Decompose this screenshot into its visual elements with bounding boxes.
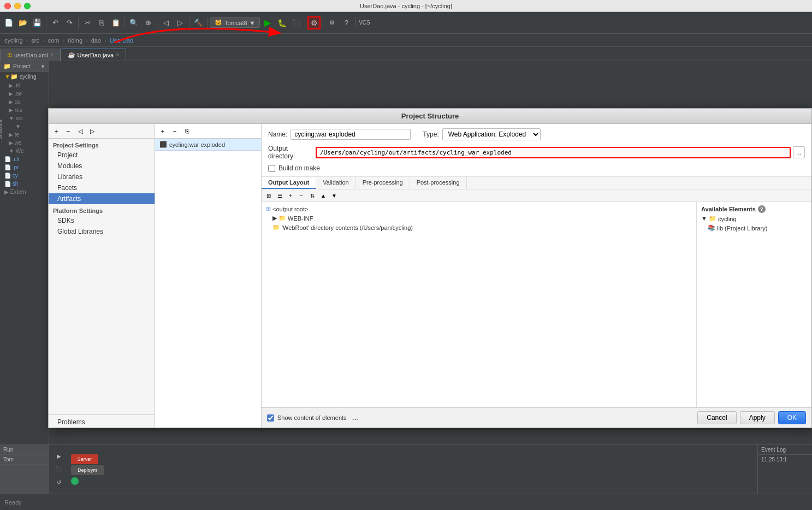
- settings-item-sdks[interactable]: SDKs: [49, 215, 155, 226]
- find2-button[interactable]: ⊕: [141, 16, 155, 29]
- sdk-button[interactable]: ⚙: [325, 16, 339, 29]
- breadcrumb-com[interactable]: com: [46, 36, 62, 45]
- tree-item-res[interactable]: ▶ res: [0, 106, 49, 114]
- layout-remove-btn[interactable]: −: [297, 191, 306, 200]
- tree-item-cy[interactable]: 📄 cy: [0, 171, 49, 180]
- tree-item-cli[interactable]: 📄 .cli: [0, 155, 49, 163]
- name-input[interactable]: [291, 129, 411, 140]
- tree-item-we[interactable]: ▶ we: [0, 139, 49, 147]
- settings-item-problems[interactable]: Problems: [49, 414, 155, 428]
- run-config-dropdown[interactable]: 🐱 Tomcat8 ▼: [210, 17, 260, 28]
- paste-button[interactable]: 📋: [109, 16, 122, 29]
- settings-item-global-libs[interactable]: Global Libraries: [49, 226, 155, 237]
- nav-back-button[interactable]: ◁: [159, 16, 173, 29]
- layout-add-btn[interactable]: +: [286, 191, 295, 200]
- tab-validation[interactable]: Validation: [316, 177, 356, 189]
- layout-up-btn[interactable]: ▲: [318, 191, 328, 200]
- deploy-btn[interactable]: ⬛: [54, 464, 64, 475]
- redo-button[interactable]: ↷: [63, 16, 76, 29]
- settings-next-btn[interactable]: ▷: [87, 126, 98, 136]
- settings-item-artifacts[interactable]: Artifacts: [49, 193, 155, 204]
- show-content-options-btn[interactable]: …: [350, 413, 361, 423]
- settings-item-facets[interactable]: Facets: [49, 182, 155, 193]
- output-dir-input[interactable]: [316, 147, 791, 158]
- apply-button[interactable]: Apply: [740, 411, 775, 424]
- settings-item-modules[interactable]: Modules: [49, 161, 155, 171]
- settings-prev-btn[interactable]: ◁: [75, 126, 86, 136]
- tab-pre-processing[interactable]: Pre-processing: [356, 177, 410, 189]
- minimize-button[interactable]: [14, 3, 21, 9]
- layout-down-btn[interactable]: ▼: [329, 191, 339, 200]
- tree-item-se[interactable]: ▶ .se: [0, 90, 49, 98]
- new-file-button[interactable]: 📄: [2, 16, 15, 29]
- tree-item-pr[interactable]: 📄 .pr: [0, 163, 49, 171]
- layout-sort-btn[interactable]: ⇅: [307, 191, 317, 200]
- tree-item-We[interactable]: ▼ We: [0, 147, 49, 155]
- separator-8: [323, 17, 323, 28]
- settings-item-project[interactable]: Project: [49, 150, 155, 161]
- cut-button[interactable]: ✂: [81, 16, 94, 29]
- build-on-make-checkbox[interactable]: [268, 165, 275, 172]
- tab-java-close[interactable]: ×: [116, 52, 119, 58]
- artifact-copy-btn[interactable]: ⎘: [181, 126, 192, 136]
- tomcat-tab[interactable]: Tom: [0, 455, 49, 465]
- vcs-button[interactable]: VCS: [358, 16, 371, 29]
- available-lib-item[interactable]: 📚 lib (Project Library): [699, 223, 809, 233]
- tree-item-id[interactable]: ▶ .id: [0, 81, 49, 90]
- tree-item-sh[interactable]: 📄 sh: [0, 180, 49, 188]
- layout-icons-btn[interactable]: ⊞: [264, 191, 274, 200]
- artifact-list-item-cycling[interactable]: ⬛ cycling:war exploded: [155, 139, 261, 151]
- artifact-add-btn[interactable]: +: [157, 126, 168, 136]
- breadcrumb-cycling[interactable]: cycling: [2, 36, 25, 45]
- available-cycling-item[interactable]: ▼ 📁 cycling: [699, 214, 809, 223]
- maximize-button[interactable]: [24, 3, 31, 9]
- show-content-checkbox[interactable]: [267, 414, 274, 422]
- tab-post-processing[interactable]: Post-processing: [410, 177, 467, 189]
- help-button[interactable]: ?: [340, 16, 353, 29]
- tree-item-te[interactable]: ▶ te: [0, 131, 49, 139]
- artifact-remove-btn[interactable]: −: [169, 126, 180, 136]
- tree-item-src[interactable]: ▼ src: [0, 114, 49, 122]
- settings-item-libraries[interactable]: Libraries: [49, 171, 155, 182]
- output-dir-browse-btn[interactable]: …: [793, 146, 805, 158]
- tree-item-ou[interactable]: ▶ ou: [0, 98, 49, 106]
- layout-list-btn[interactable]: ☰: [275, 191, 285, 200]
- debug-button[interactable]: 🐛: [275, 16, 288, 29]
- breadcrumb-userdao[interactable]: UserDao: [108, 36, 135, 45]
- find-button[interactable]: 🔍: [127, 16, 140, 29]
- output-root-item[interactable]: ⊞ <output root>: [264, 204, 694, 214]
- tab-xml-close[interactable]: ×: [50, 52, 54, 58]
- project-structure-button[interactable]: ⚙: [307, 16, 321, 29]
- save-button[interactable]: 💾: [31, 16, 44, 29]
- breadcrumb-riding[interactable]: riding: [66, 36, 85, 45]
- output-webroot-item[interactable]: 📁 'WebRoot' directory contents (/Users/p…: [264, 223, 694, 232]
- tree-item-ext[interactable]: ▶ Extern: [0, 188, 49, 196]
- settings-remove-btn[interactable]: −: [63, 126, 74, 136]
- stop-button[interactable]: ⬛: [289, 16, 303, 29]
- nav-forward-button[interactable]: ▷: [174, 16, 187, 29]
- copy-button[interactable]: ⎘: [95, 16, 108, 29]
- tab-output-layout[interactable]: Output Layout: [262, 177, 316, 189]
- tree-dropdown-icon[interactable]: ▼: [40, 64, 45, 69]
- type-select[interactable]: Web Application: Exploded: [442, 128, 541, 140]
- cancel-button[interactable]: Cancel: [697, 411, 736, 424]
- refresh-btn[interactable]: ↺: [54, 477, 64, 488]
- output-webinf-item[interactable]: ▶ 📁 WEB-INF: [264, 214, 694, 223]
- breadcrumb-dao[interactable]: dao: [89, 36, 103, 45]
- tree-item-src-sub[interactable]: ▼: [0, 122, 49, 131]
- close-button[interactable]: [4, 3, 11, 9]
- run-tab[interactable]: Run: [0, 445, 49, 455]
- help-icon[interactable]: ?: [758, 205, 766, 213]
- tab-userdao-xml[interactable]: ⊞ userDao.xml ×: [0, 49, 61, 61]
- build-button[interactable]: 🔨: [192, 16, 205, 29]
- open-button[interactable]: 📂: [16, 16, 29, 29]
- undo-button[interactable]: ↶: [49, 16, 62, 29]
- settings-add-btn[interactable]: +: [51, 126, 62, 136]
- server-restart-btn[interactable]: ▶: [54, 451, 64, 462]
- ok-button[interactable]: OK: [778, 411, 806, 424]
- tab-userdao-java[interactable]: ☕ UserDao.java ×: [61, 49, 126, 61]
- breadcrumb-src[interactable]: src: [29, 36, 42, 45]
- run-button[interactable]: ▶: [261, 16, 274, 29]
- tree-item-cycling[interactable]: ▼📁 cycling: [0, 72, 49, 81]
- structure-tab[interactable]: Structure: [0, 120, 3, 140]
